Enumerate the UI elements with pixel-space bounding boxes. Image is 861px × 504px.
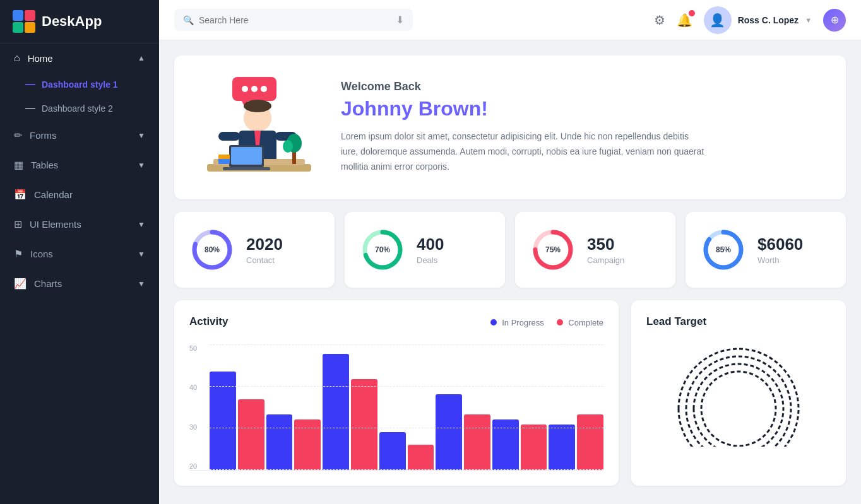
bar-blue-5 bbox=[436, 394, 462, 470]
bar-pair-6 bbox=[492, 419, 547, 470]
main-area: 🔍 ⬇ ⚙ 🔔 👤 Ross C. Lopez ▼ ⊕ bbox=[159, 0, 861, 504]
welcome-card: Welcome Back Johnny Brown! Lorem ipsum d… bbox=[174, 56, 846, 199]
svg-point-33 bbox=[710, 380, 768, 438]
avatar: 👤 bbox=[704, 6, 732, 34]
welcome-body: Lorem ipsum dolor sit amet, consectetur … bbox=[341, 129, 707, 174]
header: 🔍 ⬇ ⚙ 🔔 👤 Ross C. Lopez ▼ ⊕ bbox=[159, 0, 861, 40]
user-profile[interactable]: 👤 Ross C. Lopez ▼ bbox=[704, 6, 812, 34]
bar-pair-1 bbox=[210, 372, 264, 470]
home-icon: ⌂ bbox=[14, 52, 20, 64]
bar-pair-4 bbox=[379, 432, 434, 470]
download-icon: ⬇ bbox=[396, 14, 404, 26]
svg-rect-20 bbox=[218, 155, 230, 159]
sidebar-item-forms[interactable]: ✏ Forms ▼ bbox=[0, 120, 159, 150]
stat-value-contact: 2020 bbox=[246, 235, 283, 254]
stat-value-worth: $6060 bbox=[757, 235, 803, 254]
sidebar-item-ui-elements-label: UI Elements bbox=[30, 219, 81, 230]
stat-card-contact: 80% 2020 Contact bbox=[174, 212, 335, 288]
github-icon[interactable]: ⊕ bbox=[823, 9, 846, 32]
sidebar-item-calendar-label: Calendar bbox=[34, 189, 73, 200]
bar-red-5 bbox=[464, 414, 490, 470]
chevron-down-icon: ▼ bbox=[138, 279, 145, 288]
svg-point-3 bbox=[261, 86, 267, 92]
donut-campaign: 75% bbox=[530, 227, 576, 273]
in-progress-dot bbox=[490, 319, 497, 325]
sidebar-item-calendar[interactable]: 📅 Calendar bbox=[0, 180, 159, 209]
stat-label-campaign: Campaign bbox=[587, 255, 624, 265]
dash-icon: — bbox=[25, 79, 35, 90]
header-actions: ⚙ 🔔 👤 Ross C. Lopez ▼ ⊕ bbox=[654, 6, 846, 34]
bar-groups bbox=[210, 354, 603, 470]
sidebar-item-ui-elements[interactable]: ⊞ UI Elements ▼ bbox=[0, 209, 159, 239]
svg-point-1 bbox=[242, 86, 248, 92]
welcome-text: Welcome Back Johnny Brown! Lorem ipsum d… bbox=[341, 80, 707, 174]
stat-value-deals: 400 bbox=[417, 235, 444, 254]
stat-label-contact: Contact bbox=[246, 255, 283, 265]
donut-label-campaign: 75% bbox=[545, 245, 561, 254]
notification-badge bbox=[689, 10, 695, 16]
ui-elements-icon: ⊞ bbox=[14, 218, 22, 230]
sidebar-item-dashboard2[interactable]: — Dashboard style 2 bbox=[0, 97, 159, 120]
sidebar-item-charts-label: Charts bbox=[34, 278, 62, 289]
search-icon: 🔍 bbox=[183, 15, 194, 25]
sidebar-item-dashboard1[interactable]: — Dashboard style 1 bbox=[0, 73, 159, 97]
user-name: Ross C. Lopez bbox=[738, 15, 799, 25]
bar-red-4 bbox=[408, 445, 434, 470]
bar-blue-7 bbox=[549, 425, 575, 470]
logo-icon bbox=[13, 10, 35, 33]
sidebar-item-charts[interactable]: 📈 Charts ▼ bbox=[0, 269, 159, 298]
activity-title: Activity bbox=[189, 315, 228, 328]
sidebar-item-icons[interactable]: ⚑ Icons ▼ bbox=[0, 239, 159, 269]
stat-card-deals: 70% 400 Deals bbox=[345, 212, 505, 288]
sidebar-item-icons-label: Icons bbox=[30, 249, 53, 259]
bar-pair-5 bbox=[436, 394, 490, 470]
bar-blue-1 bbox=[210, 372, 236, 470]
calendar-icon: 📅 bbox=[14, 189, 27, 201]
lead-donut-wrap bbox=[646, 333, 831, 447]
bar-red-3 bbox=[351, 379, 377, 470]
chevron-down-icon: ▼ bbox=[138, 131, 145, 140]
bar-red-7 bbox=[577, 414, 603, 470]
legend-complete: Complete bbox=[557, 318, 603, 327]
charts-icon: 📈 bbox=[14, 278, 27, 290]
lead-target-card: Lead Target bbox=[631, 300, 846, 486]
icons-icon: ⚑ bbox=[14, 248, 23, 260]
lead-title: Lead Target bbox=[646, 315, 706, 327]
sidebar-item-tables[interactable]: ▦ Tables ▼ bbox=[0, 150, 159, 180]
svg-point-18 bbox=[283, 140, 293, 153]
legend-in-progress: In Progress bbox=[490, 318, 544, 327]
bar-pair-7 bbox=[549, 414, 603, 470]
bar-pair-2 bbox=[266, 414, 321, 470]
activity-card: Activity In Progress Complete bbox=[174, 300, 619, 486]
settings-icon[interactable]: ⚙ bbox=[654, 13, 665, 28]
chart-legend: In Progress Complete bbox=[490, 318, 603, 327]
content-area: Welcome Back Johnny Brown! Lorem ipsum d… bbox=[159, 40, 861, 504]
chevron-down-icon: ▼ bbox=[138, 161, 145, 170]
donut-deals: 70% bbox=[360, 227, 405, 273]
sidebar-item-home[interactable]: ⌂ Home ▲ bbox=[0, 44, 159, 73]
search-bar[interactable]: 🔍 ⬇ bbox=[174, 9, 413, 31]
donut-contact: 80% bbox=[189, 227, 235, 273]
stat-text-campaign: 350 Campaign bbox=[587, 235, 624, 265]
sidebar-item-home-label: Home bbox=[28, 53, 53, 64]
chevron-up-icon: ▲ bbox=[138, 54, 145, 62]
svg-point-2 bbox=[251, 86, 258, 92]
stat-text-worth: $6060 Worth bbox=[757, 235, 803, 265]
svg-rect-14 bbox=[231, 147, 262, 165]
donut-label-worth: 85% bbox=[716, 245, 731, 254]
logo-area: DeskApp bbox=[0, 0, 159, 44]
app-name: DeskApp bbox=[42, 13, 102, 30]
y-axis-labels: 50 40 30 20 bbox=[189, 344, 207, 470]
sidebar-item-tables-label: Tables bbox=[31, 160, 58, 170]
stat-text-deals: 400 Deals bbox=[417, 235, 444, 265]
welcome-name: Johnny Brown! bbox=[341, 97, 707, 120]
bar-pair-3 bbox=[323, 354, 377, 470]
chevron-down-icon: ▼ bbox=[138, 220, 145, 229]
svg-point-6 bbox=[244, 100, 271, 112]
tables-icon: ▦ bbox=[14, 159, 23, 171]
bar-blue-6 bbox=[492, 419, 519, 470]
search-input[interactable] bbox=[199, 15, 391, 25]
donut-label-deals: 70% bbox=[375, 245, 390, 254]
bar-blue-4 bbox=[379, 432, 406, 470]
complete-dot bbox=[557, 319, 563, 325]
